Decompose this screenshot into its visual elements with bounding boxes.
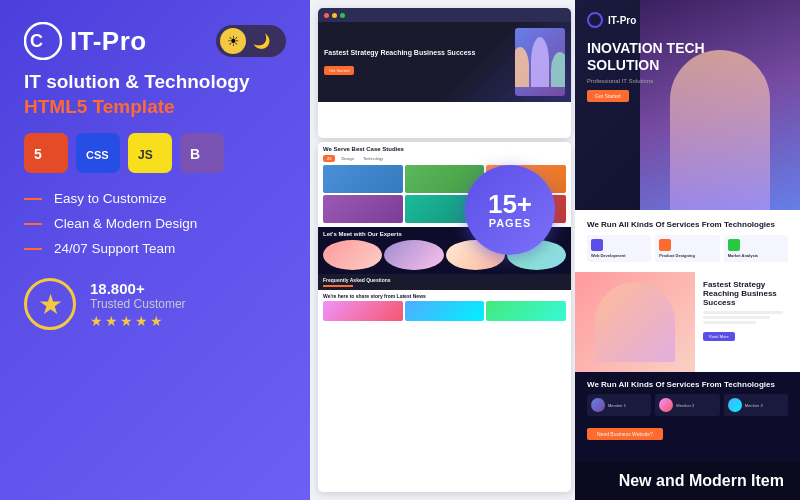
sun-icon: ☀ xyxy=(220,28,246,54)
right-hero-title: INOVATION TECHSOLUTION xyxy=(587,40,705,74)
feature-dash xyxy=(24,248,42,250)
preview-services-title: We Serve Best Case Studies xyxy=(323,146,566,152)
right-team-member-2: Member 2 xyxy=(655,394,719,416)
svg-text:B: B xyxy=(190,146,200,162)
css-badge: CSS xyxy=(76,133,120,173)
feature-3: 24/07 Support Team xyxy=(24,241,286,256)
bootstrap-badge: B xyxy=(180,133,224,173)
theme-toggle[interactable]: ☀ 🌙 xyxy=(216,25,286,57)
svg-text:C: C xyxy=(30,31,43,51)
svg-text:JS: JS xyxy=(138,148,153,162)
right-service-3: Market Analysis xyxy=(724,235,788,262)
preview-news-title: We're here to share story from Latest Ne… xyxy=(323,293,566,299)
feature-1: Easy to Customize xyxy=(24,191,286,206)
right-hero-section: IT-Pro INOVATION TECHSOLUTION xyxy=(575,0,800,210)
feature-2: Clean & Modern Design xyxy=(24,216,286,231)
right-services-section: We Run All Kinds Of Services From Techno… xyxy=(575,210,800,272)
right-hero-image xyxy=(640,0,800,210)
left-panel: C IT-Pro ☀ 🌙 IT solution & Technology HT… xyxy=(0,0,310,500)
preview-hero-title: Fastest Strategy Reaching Business Succe… xyxy=(324,48,509,58)
trusted-count: 18.800+ xyxy=(90,280,186,297)
bottom-label-bar: New and Modern Item xyxy=(575,462,800,500)
preview-right-column: IT-Pro INOVATION TECHSOLUTION xyxy=(575,0,800,500)
right-service-2: Product Designing xyxy=(655,235,719,262)
right-bottom-title: We Run All Kinds Of Services From Techno… xyxy=(587,380,788,389)
brand-name: IT-Pro xyxy=(70,26,147,57)
right-team-member-3: Member 3 xyxy=(724,394,788,416)
tagline-line1: IT solution & Technology xyxy=(24,70,286,95)
tagline-line2: HTML5 Template xyxy=(24,95,286,120)
logo-icon: C xyxy=(24,22,62,60)
cta-button[interactable]: Need Business Website? xyxy=(587,428,663,440)
right-logo-icon xyxy=(587,12,603,28)
trusted-info: 18.800+ Trusted Customer ★ ★ ★ ★ ★ xyxy=(90,280,186,329)
trusted-row: ★ 18.800+ Trusted Customer ★ ★ ★ ★ ★ xyxy=(24,278,286,330)
preview-faq-title: Frequently Asked Questions xyxy=(323,277,566,283)
right-services-title: We Run All Kinds Of Services From Techno… xyxy=(587,220,788,229)
pages-number: 15+ xyxy=(488,191,532,217)
right-mid-text: Fastest Strategy Reaching Business Succe… xyxy=(695,272,800,372)
right-logo-text: IT-Pro xyxy=(608,15,636,26)
right-mid-section: Fastest Strategy Reaching Business Succe… xyxy=(575,272,800,372)
right-service-1: Web Development xyxy=(587,235,651,262)
right-mid-image xyxy=(575,272,695,372)
right-panel: Fastest Strategy Reaching Business Succe… xyxy=(310,0,800,500)
svg-text:CSS: CSS xyxy=(86,149,109,161)
feature-dash xyxy=(24,223,42,225)
right-hero-text: INOVATION TECHSOLUTION Professional IT S… xyxy=(587,40,705,102)
html-badge: 5 xyxy=(24,133,68,173)
logo-row: C IT-Pro ☀ 🌙 xyxy=(24,22,286,60)
js-badge: JS xyxy=(128,133,172,173)
new-item-label: New and Modern Item xyxy=(619,472,784,490)
pages-label: PAGES xyxy=(489,217,532,229)
stars-row: ★ ★ ★ ★ ★ xyxy=(90,313,186,329)
previews-area: Fastest Strategy Reaching Business Succe… xyxy=(310,0,800,500)
features-list: Easy to Customize Clean & Modern Design … xyxy=(24,191,286,256)
award-icon: ★ xyxy=(24,278,76,330)
right-mid-title: Fastest Strategy Reaching Business Succe… xyxy=(703,280,792,307)
pages-badge: 15+ PAGES xyxy=(465,165,555,255)
award-star: ★ xyxy=(38,288,63,321)
moon-icon: 🌙 xyxy=(248,28,274,54)
feature-dash xyxy=(24,198,42,200)
svg-text:5: 5 xyxy=(34,146,42,162)
preview-hero-frame: Fastest Strategy Reaching Business Succe… xyxy=(318,8,571,138)
preview-left-column: Fastest Strategy Reaching Business Succe… xyxy=(310,0,575,500)
tagline: IT solution & Technology HTML5 Template xyxy=(24,70,286,119)
right-team-member-1: Member 1 xyxy=(587,394,651,416)
tech-icons-row: 5 CSS JS B xyxy=(24,133,286,173)
trusted-label: Trusted Customer xyxy=(90,297,186,311)
right-bottom-section: We Run All Kinds Of Services From Techno… xyxy=(575,372,800,462)
right-dark-area: IT-Pro INOVATION TECHSOLUTION xyxy=(575,0,800,500)
